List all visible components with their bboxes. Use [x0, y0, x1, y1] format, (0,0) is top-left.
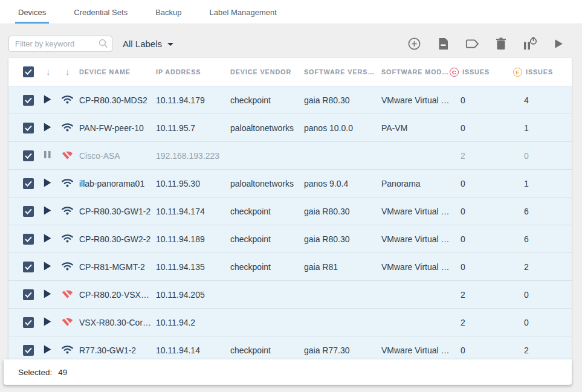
device-name: CP-R80.30-GW2-2 — [79, 234, 156, 244]
tab-credential-sets[interactable]: Credential Sets — [60, 0, 141, 24]
checkmark-icon — [25, 181, 32, 187]
table-row[interactable]: illab-panorama01 10.11.95.30 paloaltonet… — [8, 170, 572, 198]
sort-connectivity-icon[interactable]: ↓ — [65, 66, 70, 77]
software-version: gaia R77.30 — [304, 345, 381, 355]
power-status-toggle[interactable] — [44, 95, 52, 104]
power-status-toggle[interactable] — [44, 206, 52, 215]
device-vendor: paloaltonetworks — [230, 123, 304, 133]
row-checkbox[interactable] — [23, 206, 34, 217]
critical-issues-count: 0 — [450, 262, 513, 272]
device-manager-page: Devices Credential Sets Backup Label Man… — [0, 0, 582, 392]
device-name: CP-R80.20-VSX… — [79, 290, 156, 300]
row-checkbox[interactable] — [23, 150, 34, 161]
select-all-checkbox[interactable] — [23, 66, 34, 77]
software-version: panos 9.0.4 — [304, 179, 381, 188]
row-checkbox[interactable] — [23, 289, 34, 300]
device-name: Cisco-ASA — [79, 151, 156, 161]
content-area: All Labels — [0, 24, 582, 392]
device-vendor: checkpoint — [230, 345, 304, 355]
checkmark-icon — [25, 264, 32, 270]
power-status-toggle[interactable] — [44, 150, 52, 159]
row-checkbox[interactable] — [23, 95, 34, 106]
wifi-connected-icon — [62, 178, 73, 187]
row-checkbox[interactable] — [23, 178, 34, 189]
selected-count: 49 — [58, 368, 67, 377]
critical-badge-icon: C — [450, 68, 459, 77]
error-issues-count: 0 — [513, 318, 572, 327]
ip-address: 10.11.94.174 — [156, 207, 230, 216]
row-checkbox[interactable] — [23, 234, 34, 245]
row-checkbox[interactable] — [23, 123, 34, 133]
wifi-disconnected-icon — [62, 150, 73, 159]
table-row[interactable]: CP-R80.30-GW1-2 10.11.94.174 checkpoint … — [8, 198, 572, 225]
table-row[interactable]: Cisco-ASA 192.168.193.223 2 0 — [8, 142, 572, 170]
keyword-filter-input[interactable] — [8, 36, 112, 52]
row-checkbox[interactable] — [23, 317, 34, 328]
sort-power-status-icon[interactable]: ↓ — [46, 66, 51, 77]
play-icon — [44, 345, 51, 354]
software-version: gaia R80.30 — [304, 95, 381, 105]
wifi-connected-icon — [62, 345, 73, 354]
power-status-toggle[interactable] — [44, 289, 52, 298]
device-name: CP-R80.30-GW1-2 — [79, 207, 156, 216]
delete-button[interactable] — [493, 36, 509, 51]
wifi-disconnected-icon — [62, 289, 73, 298]
error-issues-count: 1 — [513, 123, 572, 133]
power-status-toggle[interactable] — [44, 317, 52, 326]
col-error-issues: E ISSUES — [513, 68, 572, 77]
table-row[interactable]: CP-R80.30-GW2-2 10.11.94.189 checkpoint … — [8, 225, 572, 253]
play-icon — [44, 123, 51, 132]
row-checkbox[interactable] — [23, 262, 34, 272]
software-version: gaia R81 — [304, 262, 381, 272]
software-model: VMware Virtual … — [381, 95, 450, 105]
add-device-button[interactable] — [406, 36, 422, 51]
critical-issues-count: 0 — [450, 179, 513, 188]
checkmark-icon — [25, 236, 32, 242]
critical-issues-count: 0 — [450, 234, 513, 244]
wifi-connected-icon — [62, 123, 73, 132]
power-status-toggle[interactable] — [44, 262, 52, 271]
software-model: VMware Virtual … — [381, 234, 450, 244]
critical-issues-count: 2 — [450, 290, 513, 300]
col-device-name: DEVICE NAME — [79, 68, 156, 76]
device-vendor: paloaltonetworks — [230, 179, 304, 188]
report-button[interactable] — [435, 36, 451, 51]
tab-backup[interactable]: Backup — [141, 0, 195, 24]
table-row[interactable]: VSX-R80.30-Cor… 10.11.94.2 2 0 — [8, 309, 572, 336]
ip-address: 10.11.94.135 — [156, 262, 230, 272]
power-status-toggle[interactable] — [44, 345, 52, 354]
play-icon — [44, 206, 51, 215]
device-name: illab-panorama01 — [79, 179, 156, 188]
pause-scheduling-button[interactable] — [522, 36, 537, 51]
resume-scheduling-button[interactable] — [551, 36, 566, 51]
power-status-toggle[interactable] — [44, 178, 52, 187]
wifi-connected-icon — [62, 95, 73, 104]
assign-label-button[interactable] — [464, 36, 480, 51]
col-critical-issues: C ISSUES — [450, 68, 513, 77]
ip-address: 10.11.94.179 — [156, 95, 230, 105]
table-row[interactable]: CP-R80.30-MDS2 10.11.94.179 checkpoint g… — [8, 86, 572, 114]
col-software-version: SOFTWARE VERS… — [304, 68, 381, 76]
tab-devices[interactable]: Devices — [4, 0, 60, 24]
col-ip-address: IP ADDRESS — [156, 68, 230, 76]
critical-issues-count: 2 — [450, 318, 513, 327]
power-status-toggle[interactable] — [44, 123, 52, 132]
labels-filter-dropdown[interactable]: All Labels — [123, 39, 173, 49]
table-row[interactable]: R77.30-GW1-2 10.11.94.14 checkpoint gaia… — [8, 336, 572, 359]
checkmark-icon — [25, 347, 32, 353]
device-actions-toolbar — [406, 36, 566, 51]
row-checkbox[interactable] — [23, 345, 34, 356]
ip-address: 10.11.95.7 — [156, 123, 230, 133]
software-version: panos 10.0.0 — [304, 123, 381, 133]
play-icon — [44, 178, 51, 187]
power-status-toggle[interactable] — [44, 234, 52, 243]
table-row[interactable]: CP-R80.20-VSX… 10.11.94.205 2 0 — [8, 281, 572, 309]
error-issues-count: 2 — [513, 262, 572, 272]
table-row[interactable]: PAN-FW-peer-10 10.11.95.7 paloaltonetwor… — [8, 114, 572, 142]
wifi-connected-icon — [62, 206, 73, 215]
table-row[interactable]: CP-R81-MGMT-2 10.11.94.135 checkpoint ga… — [8, 253, 572, 281]
col-software-model: SOFTWARE MOD… — [381, 68, 450, 76]
error-issues-count: 2 — [513, 345, 572, 355]
tab-label-management[interactable]: Label Management — [196, 0, 291, 24]
error-badge-icon: E — [513, 68, 522, 77]
